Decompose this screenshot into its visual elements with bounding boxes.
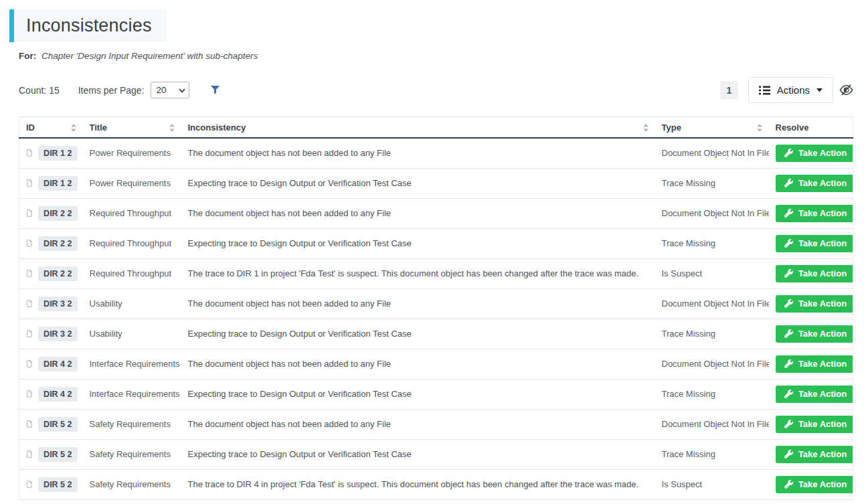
take-action-button[interactable]: Take Action bbox=[776, 386, 853, 403]
item-title: Usability bbox=[83, 319, 181, 349]
take-action-label: Take Action bbox=[798, 148, 847, 158]
item-id-badge[interactable]: DIR 1 2 bbox=[38, 176, 77, 191]
take-action-button[interactable]: Take Action bbox=[776, 145, 853, 162]
item-id-badge[interactable]: DIR 4 2 bbox=[38, 387, 77, 402]
sort-icon bbox=[643, 124, 650, 132]
take-action-label: Take Action bbox=[798, 299, 847, 309]
page-title: Inconsistencies bbox=[14, 9, 167, 42]
inconsistency-type: Trace Missing bbox=[655, 168, 769, 198]
items-per-page-select[interactable]: 20 bbox=[151, 82, 189, 98]
column-header-id[interactable]: ID bbox=[19, 117, 83, 139]
item-title: Power Requirements bbox=[83, 168, 181, 198]
inconsistency-type: Trace Missing bbox=[655, 379, 769, 409]
inconsistency-text: The document object has not been added t… bbox=[181, 349, 655, 379]
scope-value: Chapter 'Design Input Requirement' with … bbox=[41, 51, 258, 61]
inconsistency-type: Document Object Not In File bbox=[655, 349, 769, 379]
table-row: DIR 2 2 Required Throughput Expecting tr… bbox=[19, 228, 853, 258]
scope-label: For: bbox=[19, 51, 36, 61]
actions-dropdown-button[interactable]: Actions bbox=[748, 77, 833, 103]
table-row: DIR 1 2 Power Requirements The document … bbox=[19, 138, 853, 168]
inconsistency-type: Document Object Not In File bbox=[655, 409, 769, 439]
item-title: Interface Requirements bbox=[83, 379, 181, 409]
inconsistency-text: Expecting trace to Design Output or Veri… bbox=[181, 379, 655, 409]
column-header-inconsistency[interactable]: Inconsistency bbox=[181, 117, 655, 139]
inconsistency-text: The document object has not been added t… bbox=[181, 138, 655, 168]
eye-slash-icon bbox=[839, 84, 853, 96]
item-id-badge[interactable]: DIR 2 2 bbox=[38, 266, 77, 281]
file-icon bbox=[26, 147, 32, 159]
inconsistency-type: Document Object Not In File bbox=[655, 198, 769, 228]
sort-icon bbox=[71, 124, 78, 132]
table-row: DIR 5 2 Safety Requirements Expecting tr… bbox=[19, 439, 853, 469]
item-title: Usability bbox=[83, 288, 181, 319]
wrench-icon bbox=[784, 179, 793, 187]
table-row: DIR 2 2 Required Throughput The document… bbox=[19, 198, 853, 228]
take-action-button[interactable]: Take Action bbox=[776, 416, 853, 433]
wrench-icon bbox=[784, 450, 793, 458]
item-id-badge[interactable]: DIR 5 2 bbox=[38, 477, 77, 492]
column-header-type[interactable]: Type bbox=[655, 117, 769, 139]
inconsistency-text: The document object has not been added t… bbox=[181, 409, 655, 439]
inconsistency-text: Expecting trace to Design Output or Veri… bbox=[181, 439, 655, 469]
take-action-button[interactable]: Take Action bbox=[776, 476, 853, 493]
inconsistency-type: Trace Missing bbox=[655, 439, 769, 469]
take-action-label: Take Action bbox=[798, 238, 847, 248]
column-header-resolve: Resolve bbox=[769, 117, 853, 139]
table-header-row: ID Title Inconsistency Type Resolve bbox=[19, 117, 853, 139]
table-row: DIR 3 2 Usability Expecting trace to Des… bbox=[19, 319, 853, 349]
toggle-visibility-button[interactable] bbox=[839, 84, 853, 96]
count-label: Count: 15 bbox=[19, 85, 60, 96]
wrench-icon bbox=[784, 299, 793, 308]
take-action-label: Take Action bbox=[798, 178, 847, 188]
take-action-button[interactable]: Take Action bbox=[776, 175, 853, 192]
filter-button[interactable] bbox=[211, 86, 220, 94]
file-icon bbox=[26, 298, 32, 309]
take-action-button[interactable]: Take Action bbox=[776, 446, 853, 463]
inconsistency-text: Expecting trace to Design Output or Veri… bbox=[181, 228, 655, 258]
file-icon bbox=[26, 448, 32, 460]
inconsistency-text: The trace to DIR 1 in project 'Fda Test'… bbox=[181, 258, 655, 288]
file-icon bbox=[26, 479, 32, 490]
take-action-button[interactable]: Take Action bbox=[776, 295, 853, 313]
inconsistency-type: Trace Missing bbox=[655, 319, 769, 349]
wrench-icon bbox=[784, 480, 793, 489]
item-id-badge[interactable]: DIR 5 2 bbox=[38, 447, 77, 462]
take-action-label: Take Action bbox=[798, 329, 847, 339]
take-action-label: Take Action bbox=[798, 359, 847, 369]
table-row: DIR 3 2 Usability The document object ha… bbox=[19, 288, 853, 319]
table-row: DIR 4 2 Interface Requirements The docum… bbox=[19, 349, 853, 379]
table-row: DIR 4 2 Interface Requirements Expecting… bbox=[19, 379, 853, 409]
inconsistency-text: The document object has not been added t… bbox=[181, 198, 655, 228]
file-icon bbox=[26, 358, 32, 369]
wrench-icon bbox=[784, 209, 793, 218]
file-icon bbox=[26, 207, 32, 219]
sort-icon bbox=[757, 124, 764, 132]
column-header-title[interactable]: Title bbox=[83, 117, 181, 139]
file-icon bbox=[26, 177, 32, 189]
item-id-badge[interactable]: DIR 2 2 bbox=[38, 236, 77, 251]
item-id-badge[interactable]: DIR 3 2 bbox=[38, 297, 77, 311]
item-id-badge[interactable]: DIR 5 2 bbox=[38, 417, 77, 432]
actions-label: Actions bbox=[777, 84, 810, 96]
item-id-badge[interactable]: DIR 2 2 bbox=[38, 206, 77, 221]
inconsistency-type: Trace Missing bbox=[655, 228, 769, 258]
take-action-button[interactable]: Take Action bbox=[776, 355, 853, 373]
item-id-badge[interactable]: DIR 3 2 bbox=[38, 327, 77, 341]
take-action-label: Take Action bbox=[798, 208, 847, 218]
item-title: Required Throughput bbox=[83, 258, 181, 288]
pagination-page-1[interactable]: 1 bbox=[720, 81, 738, 99]
take-action-button[interactable]: Take Action bbox=[776, 325, 853, 343]
take-action-button[interactable]: Take Action bbox=[776, 205, 853, 222]
item-title: Required Throughput bbox=[83, 198, 181, 228]
items-per-page-select-wrap: 20 bbox=[151, 82, 189, 98]
inconsistency-text: The document object has not been added t… bbox=[181, 288, 655, 319]
take-action-button[interactable]: Take Action bbox=[776, 265, 853, 282]
inconsistency-text: The trace to DIR 4 in project 'Fda Test'… bbox=[181, 469, 655, 499]
item-id-badge[interactable]: DIR 1 2 bbox=[38, 146, 77, 161]
take-action-label: Take Action bbox=[798, 479, 847, 489]
wrench-icon bbox=[784, 269, 793, 278]
take-action-label: Take Action bbox=[798, 389, 847, 399]
item-id-badge[interactable]: DIR 4 2 bbox=[38, 357, 77, 371]
item-title: Safety Requirements bbox=[83, 439, 181, 469]
take-action-button[interactable]: Take Action bbox=[776, 235, 853, 252]
